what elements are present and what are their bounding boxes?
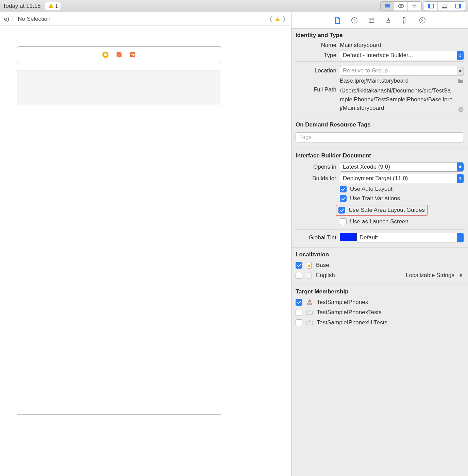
type-select[interactable]: Default - Interface Builder...: [340, 51, 464, 60]
warning-icon[interactable]: [275, 16, 280, 22]
location-select[interactable]: Relative to Group: [340, 66, 464, 75]
build-timestamp: Today at 11:18: [3, 3, 41, 10]
section-title: Identity and Type: [291, 29, 468, 41]
next-icon[interactable]: [282, 16, 287, 22]
base-label: Base: [316, 262, 329, 269]
name-value: Main.storyboard: [340, 42, 464, 49]
opensin-select[interactable]: Latest Xcode (9.0): [340, 162, 464, 172]
svg-rect-9: [459, 4, 461, 8]
first-responder-icon: [102, 51, 109, 58]
fullpath-value: /Users/ikkitakahashi/Documents/src/TestS…: [340, 86, 455, 113]
localization-base-row: Base: [291, 260, 468, 270]
identity-section: Identity and Type Name Main.storyboard T…: [291, 29, 468, 118]
identity-inspector-tab[interactable]: [367, 16, 375, 24]
toggle-debug-button[interactable]: [438, 2, 451, 11]
reveal-icon[interactable]: [458, 106, 464, 113]
scene-dock[interactable]: [17, 46, 221, 63]
select-arrows-icon: [457, 163, 464, 171]
location-path: Base.lproj/Main.storyboard: [340, 78, 454, 84]
svg-rect-26: [307, 321, 313, 325]
toggle-utilities-button[interactable]: [451, 2, 465, 11]
warnings-badge[interactable]: 1: [45, 2, 61, 10]
svg-rect-19: [403, 17, 405, 23]
target-uitests-checkbox[interactable]: [296, 319, 302, 326]
navigation-bar[interactable]: [17, 70, 221, 105]
location-label: Location: [296, 67, 340, 74]
builds-select[interactable]: Deployment Target (11.0): [340, 174, 464, 183]
builds-value: Deployment Target (11.0): [343, 175, 408, 182]
svg-point-23: [309, 303, 311, 304]
venn-icon: [398, 3, 404, 10]
svg-rect-11: [277, 20, 278, 20]
view-controller-icon: [115, 51, 123, 58]
version-editor-button[interactable]: [408, 2, 421, 11]
size-inspector-tab[interactable]: [401, 16, 410, 24]
chevron-right-icon: 〉: [11, 15, 16, 23]
section-title: Target Membership: [291, 285, 468, 297]
breadcrumb-prefix: e): [4, 16, 9, 22]
tint-color-swatch[interactable]: [340, 233, 357, 241]
svg-rect-10: [277, 18, 278, 19]
lines-icon: [384, 3, 391, 10]
standard-editor-button[interactable]: [381, 2, 394, 11]
storyboard-file-icon: [306, 261, 313, 269]
opensin-value: Latest Xcode (9.0): [343, 164, 390, 170]
select-arrows-icon: [457, 174, 464, 183]
tags-input[interactable]: Tags: [296, 132, 464, 142]
select-arrows-icon[interactable]: [458, 273, 464, 277]
app-target-icon: [306, 299, 313, 306]
tint-value: Default: [360, 234, 378, 241]
launch-screen-checkbox[interactable]: [340, 218, 347, 225]
tint-select[interactable]: Default: [357, 233, 464, 242]
svg-rect-13: [104, 53, 106, 56]
target-row-tests: TestSampleIPhonexTests: [291, 307, 468, 318]
view-content[interactable]: [17, 105, 221, 414]
target-app-checkbox[interactable]: [296, 299, 302, 306]
quick-help-tab[interactable]: ?: [350, 16, 358, 24]
launch-screen-label: Use as Launch Screen: [350, 218, 408, 225]
ibdoc-section: Interface Builder Document Opens in Late…: [291, 149, 468, 248]
english-checkbox[interactable]: [296, 272, 302, 279]
prev-icon[interactable]: [268, 16, 273, 22]
trait-variations-checkbox[interactable]: [340, 195, 347, 202]
folder-icon[interactable]: [457, 78, 464, 84]
file-inspector-tab[interactable]: [333, 16, 341, 24]
svg-rect-1: [51, 7, 51, 7]
toggle-navigator-button[interactable]: [424, 2, 438, 11]
canvas-body[interactable]: [0, 26, 291, 476]
view-controller-scene[interactable]: [17, 70, 221, 415]
attributes-inspector-tab[interactable]: [384, 16, 392, 24]
assistant-editor-button[interactable]: [394, 2, 408, 11]
ruler-icon: [402, 17, 409, 24]
inspector-tabs: ?: [291, 12, 468, 29]
auto-layout-checkbox[interactable]: [340, 186, 347, 192]
svg-rect-27: [308, 320, 311, 321]
test-target-icon: [306, 309, 313, 316]
location-value: Relative to Group: [343, 67, 388, 74]
svg-rect-7: [442, 6, 447, 8]
target-tests-checkbox[interactable]: [296, 309, 302, 316]
breadcrumb[interactable]: e) 〉 No Selection: [4, 15, 51, 23]
svg-rect-0: [51, 5, 51, 7]
fullpath-label: Full Path: [296, 86, 340, 93]
connections-inspector-tab[interactable]: [418, 16, 427, 24]
localization-section: Localization Base English Localizable St…: [291, 248, 468, 285]
safe-area-checkbox[interactable]: [338, 207, 345, 214]
left-panel-icon: [428, 3, 434, 10]
editor-mode-group: [380, 1, 422, 11]
svg-text:?: ?: [353, 18, 355, 23]
auto-layout-label: Use Auto Layout: [350, 186, 392, 192]
type-value: Default - Interface Builder...: [343, 52, 413, 59]
launch-screen-row: Use as Launch Screen: [291, 217, 468, 226]
select-arrows-icon: [457, 66, 464, 75]
svg-point-22: [308, 265, 310, 267]
trait-variations-label: Use Trait Variations: [350, 195, 400, 202]
base-checkbox[interactable]: [296, 262, 302, 269]
breadcrumb-selection: No Selection: [18, 16, 50, 22]
trait-variations-row: Use Trait Variations: [291, 194, 468, 203]
select-arrows-icon: [457, 233, 464, 242]
test-target-icon: [306, 319, 313, 326]
target-row-app: TestSampleIPhonex: [291, 297, 468, 307]
tags-placeholder: Tags: [299, 134, 312, 141]
right-panel-icon: [455, 3, 462, 10]
